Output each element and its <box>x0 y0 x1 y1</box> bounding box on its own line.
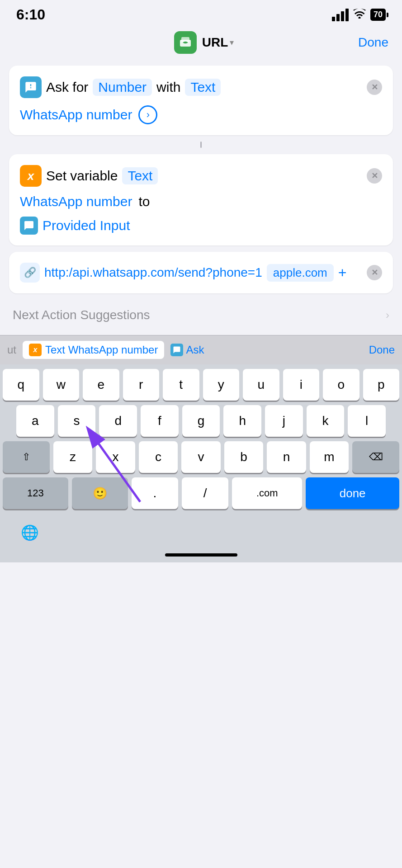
var-bar-left-text: ut <box>7 344 16 356</box>
signal-bars-icon <box>332 9 349 21</box>
var-bar-done-button[interactable]: Done <box>369 344 395 356</box>
key-f[interactable]: f <box>141 405 179 437</box>
chevron-down-icon: ▾ <box>230 38 234 47</box>
key-g[interactable]: g <box>182 405 220 437</box>
key-q[interactable]: q <box>3 369 39 401</box>
key-k[interactable]: k <box>307 405 345 437</box>
key-h[interactable]: h <box>223 405 261 437</box>
keyboard-row-3: ⇧ z x c v b n m ⌫ <box>3 441 399 473</box>
key-c[interactable]: c <box>139 441 178 473</box>
key-e[interactable]: e <box>83 369 119 401</box>
card2-close-button[interactable]: ✕ <box>367 168 382 184</box>
to-label: to <box>138 194 150 209</box>
header: URL ▾ Done <box>0 27 402 61</box>
battery-icon: 70 <box>370 9 386 21</box>
next-action-suggestions[interactable]: Next Action Suggestions › <box>9 300 393 330</box>
main-content: Ask for Number with Text ✕ WhatsApp numb… <box>0 61 402 335</box>
variable-whatsapp-token[interactable]: WhatsApp number <box>20 194 132 209</box>
key-dotcom[interactable]: .com <box>232 477 302 509</box>
app-icon <box>174 31 197 54</box>
variable-suggestion-bar: ut x Text WhatsApp number Ask Done <box>0 335 402 364</box>
keyboard: q w e r t y u i o p a s d f g h j k l ⇧ … <box>0 364 402 516</box>
link-icon: 🔗 <box>20 263 40 283</box>
text-token[interactable]: Text <box>185 79 221 96</box>
key-shift[interactable]: ⇧ <box>3 441 50 473</box>
key-z[interactable]: z <box>53 441 92 473</box>
key-emoji[interactable]: 🙂 <box>72 477 128 509</box>
key-123[interactable]: 123 <box>3 477 68 509</box>
status-time: 6:10 <box>16 6 45 23</box>
key-d[interactable]: d <box>99 405 137 437</box>
card2-row2: WhatsApp number to <box>20 194 382 209</box>
ask-icon <box>170 344 183 356</box>
card3-row1: 🔗 http:/api.whatsapp.com/send?phone=1 ap… <box>20 263 382 283</box>
key-x[interactable]: x <box>96 441 135 473</box>
key-t[interactable]: t <box>163 369 199 401</box>
wifi-icon <box>353 9 366 21</box>
keyboard-bottom-bar: 🌐 <box>0 516 402 547</box>
status-bar: 6:10 70 <box>0 0 402 27</box>
key-p[interactable]: p <box>363 369 400 401</box>
header-done-button[interactable]: Done <box>358 35 388 50</box>
key-l[interactable]: l <box>348 405 386 437</box>
key-y[interactable]: y <box>203 369 240 401</box>
var-chip-text: Text WhatsApp number <box>45 344 158 356</box>
key-a[interactable]: a <box>16 405 54 437</box>
status-icons: 70 <box>332 9 386 21</box>
plus-button[interactable]: + <box>338 264 347 281</box>
card-ask-for-number: Ask for Number with Text ✕ WhatsApp numb… <box>9 66 393 135</box>
keyboard-row-2: a s d f g h j k l <box>3 405 399 437</box>
provided-input-row: Provided Input <box>20 217 382 235</box>
key-n[interactable]: n <box>267 441 306 473</box>
var-chip[interactable]: x Text WhatsApp number <box>23 341 164 359</box>
key-b[interactable]: b <box>224 441 263 473</box>
next-action-label: Next Action Suggestions <box>13 308 150 322</box>
card1-row1: Ask for Number with Text ✕ <box>20 76 382 98</box>
card-set-variable: x Set variable Text ✕ WhatsApp number to… <box>9 154 393 245</box>
number-token[interactable]: Number <box>93 79 152 96</box>
next-chevron-icon: › <box>386 309 389 321</box>
keyboard-row-4: 123 🙂 . / .com done <box>3 477 399 509</box>
with-label: with <box>156 80 180 95</box>
keyboard-row-1: q w e r t y u i o p <box>3 369 399 401</box>
key-backspace[interactable]: ⌫ <box>352 441 399 473</box>
variable-text-token[interactable]: Text <box>122 167 158 184</box>
key-u[interactable]: u <box>243 369 279 401</box>
home-bar <box>165 553 237 557</box>
key-period[interactable]: . <box>132 477 178 509</box>
key-done[interactable]: done <box>306 477 399 509</box>
key-j[interactable]: j <box>265 405 303 437</box>
key-w[interactable]: w <box>43 369 80 401</box>
key-s[interactable]: s <box>58 405 96 437</box>
header-dropdown[interactable]: URL ▾ <box>202 35 234 50</box>
header-title: URL <box>202 35 228 50</box>
url-text[interactable]: http:/api.whatsapp.com/send?phone=1 <box>44 265 262 280</box>
card-url: 🔗 http:/api.whatsapp.com/send?phone=1 ap… <box>9 252 393 293</box>
set-variable-label: Set variable <box>46 168 118 184</box>
globe-icon[interactable]: 🌐 <box>14 520 46 545</box>
ask-suggestion[interactable]: Ask <box>170 344 204 356</box>
key-r[interactable]: r <box>123 369 160 401</box>
key-i[interactable]: i <box>283 369 320 401</box>
provided-input-text[interactable]: Provided Input <box>43 218 130 233</box>
card2-row1: x Set variable Text ✕ <box>20 165 382 187</box>
card1-close-button[interactable]: ✕ <box>367 80 382 95</box>
var-chip-icon: x <box>29 344 42 356</box>
variable-icon-orange: x <box>20 165 42 187</box>
provided-input-icon <box>20 217 38 235</box>
apple-placeholder[interactable]: apple.com <box>267 264 334 282</box>
connector-line <box>200 142 202 148</box>
card1-row2: WhatsApp number › <box>20 105 382 124</box>
ask-icon-blue <box>20 76 42 98</box>
connector <box>9 142 393 148</box>
key-slash[interactable]: / <box>182 477 228 509</box>
home-indicator <box>0 547 402 562</box>
header-center: URL ▾ <box>174 31 234 54</box>
circle-arrow-icon[interactable]: › <box>138 105 157 124</box>
card3-close-button[interactable]: ✕ <box>367 265 382 280</box>
key-m[interactable]: m <box>310 441 349 473</box>
whatsapp-number-token[interactable]: WhatsApp number <box>20 107 132 123</box>
ask-for-label: Ask for <box>46 80 88 95</box>
key-v[interactable]: v <box>181 441 220 473</box>
key-o[interactable]: o <box>323 369 359 401</box>
